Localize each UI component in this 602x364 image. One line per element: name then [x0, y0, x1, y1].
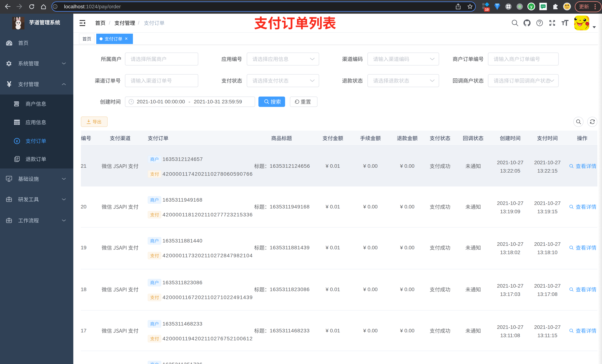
svg-text:¥: ¥	[16, 139, 18, 143]
svg-text:10: 10	[485, 8, 489, 11]
svg-text:y: y	[530, 4, 533, 9]
